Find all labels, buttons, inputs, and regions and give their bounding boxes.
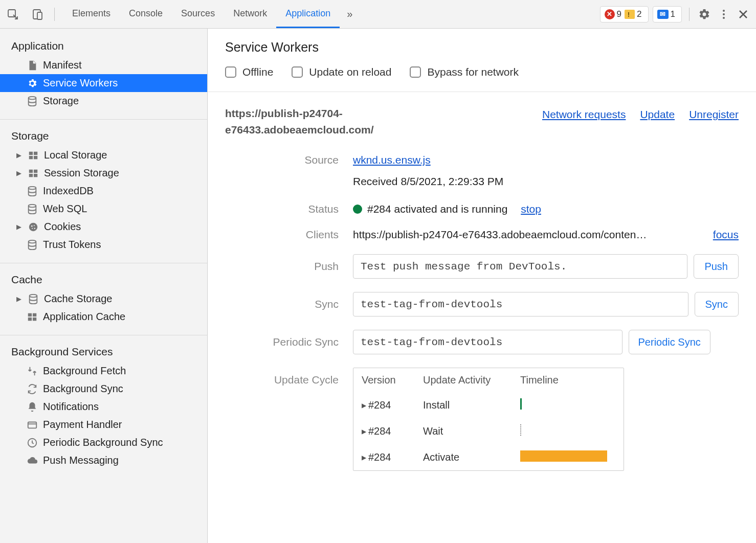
- sync-input[interactable]: [353, 292, 688, 316]
- sidebar-item-background-fetch[interactable]: Background Fetch: [0, 362, 207, 380]
- message-icon: ✉: [657, 10, 669, 19]
- sidebar-item-label: Service Workers: [43, 77, 118, 89]
- sidebar-item-label: Periodic Background Sync: [43, 437, 163, 448]
- update-on-reload-label: Update on reload: [309, 66, 391, 78]
- cycle-row[interactable]: ▶ #284Activate: [353, 444, 624, 470]
- divider: [208, 92, 756, 92]
- push-input[interactable]: [353, 254, 687, 279]
- update-cycle-label: Update Cycle: [225, 368, 353, 386]
- sidebar-item-label: Payment Handler: [43, 419, 122, 431]
- svg-rect-11: [29, 169, 33, 172]
- warning-icon: !: [625, 10, 635, 19]
- db-icon: [27, 203, 38, 215]
- page-title: Service Workers: [225, 40, 739, 55]
- divider: [54, 8, 55, 21]
- svg-rect-14: [34, 173, 37, 176]
- bypass-checkbox[interactable]: Bypass for network: [410, 66, 519, 78]
- sidebar-item-service-workers[interactable]: Service Workers: [0, 74, 207, 92]
- cycle-row[interactable]: ▶ #284Wait: [353, 418, 624, 444]
- sidebar-item-session-storage[interactable]: ▶Session Storage: [0, 164, 207, 182]
- timeline-bar-install: [520, 398, 522, 410]
- close-icon[interactable]: [736, 7, 751, 22]
- update-on-reload-checkbox[interactable]: Update on reload: [292, 66, 391, 78]
- sidebar-item-manifest[interactable]: Manifest: [0, 56, 207, 74]
- sidebar-item-indexeddb[interactable]: IndexedDB: [0, 182, 207, 200]
- sidebar-item-notifications[interactable]: Notifications: [0, 398, 207, 416]
- message-counts[interactable]: ✉ 1: [653, 6, 682, 22]
- svg-rect-24: [28, 313, 32, 316]
- sidebar-item-web-sql[interactable]: Web SQL: [0, 200, 207, 218]
- push-button[interactable]: Push: [694, 254, 739, 279]
- sidebar-item-application-cache[interactable]: Application Cache: [0, 308, 207, 326]
- cycle-version: ▶ #284: [362, 425, 423, 437]
- svg-rect-25: [33, 313, 36, 316]
- update-link[interactable]: Update: [640, 108, 675, 121]
- sidebar: ApplicationManifestService WorkersStorag…: [0, 29, 208, 543]
- network-requests-link[interactable]: Network requests: [542, 108, 626, 121]
- divider: [689, 8, 690, 21]
- focus-link[interactable]: focus: [713, 229, 739, 241]
- svg-point-21: [32, 228, 33, 229]
- sidebar-item-storage[interactable]: Storage: [0, 92, 207, 110]
- section-title: Application: [0, 35, 207, 56]
- issue-counts[interactable]: ✕ 9 ! 2: [600, 6, 649, 22]
- svg-rect-2: [37, 12, 42, 19]
- error-count: 9: [617, 9, 621, 19]
- service-worker-origin: https://publish-p24704-e76433.adobeaemcl…: [225, 105, 445, 138]
- message-count: 1: [671, 9, 675, 19]
- expand-arrow-icon: ▶: [15, 151, 23, 159]
- source-file-link[interactable]: wknd.us.ensw.js: [353, 154, 431, 166]
- db-icon: [27, 239, 38, 251]
- sidebar-item-cookies[interactable]: ▶Cookies: [0, 218, 207, 236]
- cloud-icon: [27, 455, 38, 466]
- unregister-link[interactable]: Unregister: [689, 108, 739, 121]
- periodic-sync-input[interactable]: [353, 330, 622, 354]
- col-timeline: Timeline: [520, 374, 615, 386]
- sidebar-item-local-storage[interactable]: ▶Local Storage: [0, 146, 207, 164]
- sidebar-item-push-messaging[interactable]: Push Messaging: [0, 451, 207, 469]
- offline-checkbox[interactable]: Offline: [225, 66, 273, 78]
- inspect-icon[interactable]: [5, 7, 20, 22]
- settings-icon[interactable]: [697, 7, 712, 22]
- svg-rect-28: [28, 422, 37, 428]
- expand-arrow-icon: ▶: [362, 454, 366, 461]
- sidebar-item-background-sync[interactable]: Background Sync: [0, 380, 207, 398]
- status-text: #284 activated and is running: [367, 203, 507, 215]
- grid-icon: [27, 311, 38, 323]
- sync-button[interactable]: Sync: [695, 292, 739, 316]
- col-version: Version: [362, 374, 423, 386]
- tab-elements[interactable]: Elements: [63, 0, 120, 28]
- status-label: Status: [225, 203, 353, 215]
- cycle-version: ▶ #284: [362, 451, 423, 463]
- svg-point-16: [29, 204, 36, 207]
- sidebar-item-label: Session Storage: [44, 167, 119, 179]
- sidebar-item-trust-tokens[interactable]: Trust Tokens: [0, 236, 207, 254]
- sidebar-item-cache-storage[interactable]: ▶Cache Storage: [0, 290, 207, 308]
- svg-rect-27: [33, 317, 36, 320]
- bell-icon: [27, 401, 38, 413]
- svg-rect-7: [29, 151, 33, 154]
- device-toggle-icon[interactable]: [30, 7, 45, 22]
- db-icon: [27, 96, 38, 107]
- source-label: Source: [225, 154, 353, 166]
- tab-strip: Elements Console Sources Network Applica…: [63, 0, 360, 28]
- tab-network[interactable]: Network: [224, 0, 276, 28]
- sidebar-item-label: Cache Storage: [44, 293, 112, 305]
- stop-link[interactable]: stop: [521, 203, 541, 215]
- tab-sources[interactable]: Sources: [172, 0, 224, 28]
- tab-application[interactable]: Application: [276, 0, 340, 28]
- db-icon: [27, 186, 38, 197]
- svg-point-18: [31, 225, 33, 227]
- sidebar-item-payment-handler[interactable]: Payment Handler: [0, 416, 207, 434]
- sidebar-item-periodic-background-sync[interactable]: Periodic Background Sync: [0, 434, 207, 451]
- expand-arrow-icon: ▶: [15, 223, 23, 231]
- col-activity: Update Activity: [423, 374, 520, 386]
- cycle-row[interactable]: ▶ #284Install: [353, 392, 624, 418]
- fetch-icon: [27, 366, 38, 377]
- timeline-bar-activate: [520, 450, 607, 462]
- periodic-sync-button[interactable]: Periodic Sync: [629, 330, 710, 354]
- tabs-overflow-icon[interactable]: »: [340, 0, 360, 28]
- svg-point-4: [723, 13, 725, 15]
- tab-console[interactable]: Console: [120, 0, 172, 28]
- more-icon[interactable]: [716, 7, 731, 22]
